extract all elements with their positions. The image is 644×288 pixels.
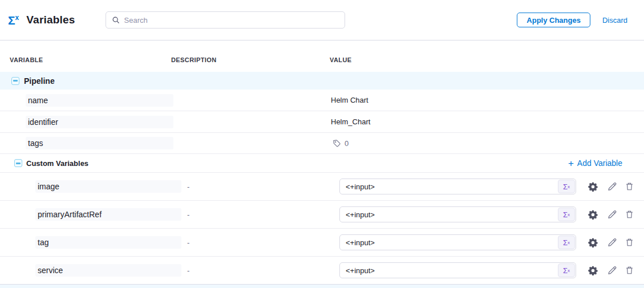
runtime-input-type-button[interactable]: Σx: [558, 208, 575, 221]
description-cell: -: [161, 266, 189, 275]
table-row: tag - Σx: [0, 229, 644, 257]
runtime-input-field: Σx: [339, 206, 576, 222]
table-row: primaryArtifactRef - Σx: [0, 201, 644, 229]
value-input[interactable]: [339, 179, 576, 194]
table-row: name Helm Chart: [0, 90, 644, 111]
section-title: Custom Variables: [26, 159, 88, 168]
runtime-input-type-button[interactable]: Σx: [558, 263, 575, 277]
settings-icon[interactable]: [588, 182, 598, 192]
description-cell: -: [161, 238, 189, 247]
table-row: tags 0: [0, 133, 644, 154]
add-variable-label: Add Variable: [577, 159, 622, 168]
delete-icon[interactable]: [625, 210, 634, 219]
delete-icon[interactable]: [625, 266, 634, 275]
settings-icon[interactable]: [588, 210, 598, 220]
variable-value-text: Helm_Chart: [319, 117, 370, 126]
section-row-pipeline[interactable]: Pipeline: [0, 72, 644, 90]
section-row-custom-variables[interactable]: Custom Variables + Add Variable: [0, 154, 644, 173]
section-title: Pipeline: [24, 76, 55, 86]
edit-icon[interactable]: [607, 182, 617, 191]
top-bar: Σx Variables Apply Changes Discard: [0, 0, 644, 40]
add-variable-button[interactable]: + Add Variable: [568, 159, 622, 168]
variable-name-label: tags: [26, 137, 173, 149]
runtime-input-type-button[interactable]: Σx: [558, 180, 575, 193]
column-header-value: VALUE: [319, 56, 644, 63]
tags-count: 0: [345, 139, 349, 148]
apply-changes-button[interactable]: Apply Changes: [517, 13, 590, 27]
variable-value-text: Helm Chart: [319, 96, 368, 104]
discard-button[interactable]: Discard: [602, 16, 627, 25]
edit-icon[interactable]: [607, 238, 617, 247]
column-header-variable: VARIABLE: [0, 56, 161, 63]
table-row: image - Σx: [0, 173, 644, 201]
table-row: identifier Helm_Chart: [0, 111, 644, 133]
settings-icon[interactable]: [588, 266, 598, 275]
column-header-description: DESCRIPTION: [161, 56, 319, 63]
runtime-input-type-button[interactable]: Σx: [558, 236, 575, 249]
table-header-row: VARIABLE DESCRIPTION VALUE: [0, 40, 644, 72]
value-input[interactable]: [339, 262, 576, 278]
edit-icon[interactable]: [607, 266, 617, 275]
description-cell: -: [161, 210, 189, 219]
variable-name-label: primaryArtifactRef: [35, 208, 181, 221]
collapse-icon[interactable]: [14, 159, 22, 167]
sigma-logo-icon: Σx: [8, 14, 19, 26]
description-cell: -: [161, 182, 189, 191]
runtime-input-field: Σx: [339, 262, 576, 278]
variable-name-label: identifier: [26, 116, 173, 128]
edit-icon[interactable]: [607, 210, 617, 219]
delete-icon[interactable]: [625, 182, 634, 191]
collapse-icon[interactable]: [11, 77, 19, 85]
plus-icon: +: [568, 159, 574, 168]
table-row: service - Σx: [0, 257, 644, 285]
variables-panel: Σx Variables Apply Changes Discard VARIA…: [0, 0, 644, 288]
variable-name-label: name: [26, 94, 173, 107]
variable-name-label: service: [35, 264, 181, 277]
search-box[interactable]: [106, 11, 345, 29]
tag-icon: [333, 139, 341, 148]
search-input[interactable]: [124, 16, 345, 25]
settings-icon[interactable]: [588, 238, 598, 248]
value-input[interactable]: [339, 206, 576, 222]
runtime-input-field: Σx: [339, 234, 576, 250]
variable-name-label: image: [35, 180, 181, 193]
value-input[interactable]: [339, 234, 576, 250]
runtime-input-field: Σx: [339, 179, 576, 194]
next-section-edge: [0, 285, 644, 288]
tags-value: 0: [319, 139, 349, 148]
search-icon: [112, 16, 120, 24]
page-title: Variables: [26, 14, 75, 26]
variable-name-label: tag: [35, 236, 181, 249]
delete-icon[interactable]: [625, 238, 634, 247]
